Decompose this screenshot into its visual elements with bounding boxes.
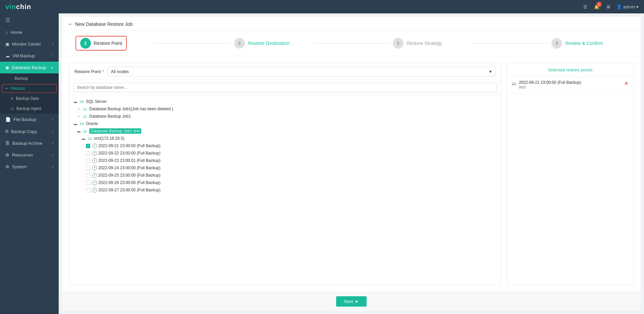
chevron-resources: › [52,153,53,157]
rp4-label: 2022-09-24 23:00:00 (Full Backup) [98,166,160,170]
backup-data-icon: ≡ [11,96,13,101]
restore-point-panel: Restore Point * All nodes ▾ [69,63,501,285]
sidebar-item-backup-copy[interactable]: ⧉ Backup Copy › [0,125,59,137]
back-icon[interactable]: ↩ [69,22,72,27]
tree-node-rp4[interactable]: 🕐 2022-09-24 23:00:00 (Full Backup) [83,164,501,172]
checkbox-rp3[interactable] [86,159,90,163]
checkbox-rp6[interactable] [86,181,90,185]
rp-label-text: Restore Point [74,69,101,74]
tree-node-oracle[interactable]: ▬ 🗃 Oracle [70,120,501,127]
sidebar-label-resources: Resources [12,152,33,158]
expand-orcl[interactable]: ▬ [81,136,86,141]
sidebar-sub-backup[interactable]: · Backup [0,73,59,83]
step4-label: Review & Confirm [566,41,603,46]
system-icon: ⚙ [5,164,9,169]
resources-icon: ⚙ [5,152,9,158]
file-icon: 📄 [5,117,11,122]
selected-panel-header: Selected restore points [507,63,634,77]
clock-icon-rp6: 🕐 [92,180,97,185]
monitor-icon[interactable]: 🖥 [605,4,611,10]
restore-icon: ↩ [5,86,8,91]
checkbox-rp4[interactable] [86,166,90,170]
sidebar-item-monitor[interactable]: ▣ Monitor Center › [0,38,59,50]
tree-node-job1-test[interactable]: ▬ 🗂 Database Backup Job1 test [74,127,501,135]
clock-icon-rp7: 🕐 [92,187,97,193]
sidebar-label-vm: VM Backup [12,53,35,58]
step-divider-3 [472,43,548,44]
wizard-step-3: 3 Restore Strategy [393,38,469,49]
remove-selected-button[interactable]: ✕ [624,80,629,87]
chevron-icon: › [52,42,53,46]
tree-node-rp7[interactable]: 🕐 2022-09-27 23:00:00 (Full Backup) [83,186,501,194]
sidebar-sub-restore[interactable]: ↩ Restore [2,84,57,93]
content-area: ↩ New Database Restore Job 1 Restore Poi… [59,13,644,314]
sidebar-sub-backup-data[interactable]: ≡ Backup Data [0,93,59,104]
tree-node-job1[interactable]: ＋ 🗂 Database Backup Job1 [74,113,501,120]
chevron-icon-db: ∨ [51,66,53,69]
job1-icon: 🗂 [83,114,88,119]
menu-icon[interactable]: ☰ [582,4,588,10]
tree-node-job-deleted[interactable]: ＋ 🗂 Database Backup Job1(Job has been de… [74,105,501,113]
expand-oracle[interactable]: ▬ [73,121,78,126]
next-button[interactable]: Next ➤ [336,296,367,307]
tree-node-rp1[interactable]: ✓ 🕐 2022-09-21 23:00:00 (Full Backup) [83,142,501,149]
step1-circle: 1 [80,38,91,49]
selected-db-icon: 🗂 [512,81,516,86]
sidebar-sub-backup-agent[interactable]: ◇ Backup Agent [0,104,59,114]
tree-node-rp6[interactable]: 🕐 2022-09-26 23:00:00 (Full Backup) [83,179,501,186]
chevron-system: › [52,165,53,169]
tree-node-rp5[interactable]: 🕐 2022-09-25 23:00:00 (Full Backup) [83,172,501,179]
tree-node-sql-server[interactable]: ▬ 🗃 SQL Server [70,98,501,105]
step4-circle: 4 [551,38,562,49]
checkbox-rp1[interactable]: ✓ [86,144,90,148]
sidebar-label-copy: Backup Copy [11,129,37,134]
expand-job1-test[interactable]: ▬ [76,129,81,133]
sidebar-item-vm-backup[interactable]: ☁ VM Backup › [0,50,59,62]
step2-label: Restore Destination [248,41,289,46]
next-arrow-icon: ➤ [355,299,359,304]
step2-num: 2 [238,41,241,46]
tree-node-rp2[interactable]: 🕐 2022-09-22 23:00:00 (Full Backup) [83,149,501,157]
tree-node-rp3[interactable]: 🕐 2022-09-23 23:00:01 (Full Backup) [83,157,501,164]
selected-item-sub: orcl [519,85,621,89]
user-label: admin [623,4,635,9]
sidebar-label-file: File Backup [13,117,36,122]
sidebar-label-home: Home [11,30,22,35]
rp2-label: 2022-09-22 23:00:00 (Full Backup) [98,151,160,155]
notification-icon[interactable]: 🔔 6 [594,4,600,10]
sidebar-label-system: System [12,164,26,169]
sidebar-label-db: Database Backup [12,65,46,70]
step1-label: Restore Point [94,41,122,46]
sidebar-item-db-backup[interactable]: ◉ Database Backup ∨ [0,62,59,73]
chevron-file: › [52,118,53,121]
sidebar-label-monitor: Monitor Center [12,42,41,47]
checkbox-rp7[interactable] [86,188,90,192]
sidebar-item-backup-archive[interactable]: 🗄 Backup Archive › [0,137,59,149]
main-layout: ☰ ⌂ Home ▣ Monitor Center › ☁ VM Backup … [0,13,644,314]
step3-num: 3 [397,41,399,46]
clock-icon-rp5: 🕐 [92,173,97,178]
user-menu[interactable]: 👤 admin ▾ [616,4,639,9]
expand-job-del[interactable]: ＋ [76,107,81,111]
expand-job1[interactable]: ＋ [76,114,81,119]
topbar-right: ☰ 🔔 6 🖥 👤 admin ▾ [582,4,639,10]
step1-num: 1 [84,41,87,46]
selected-item-main: 2022-09-21 23:00:00 (Full Backup) [519,80,621,85]
sidebar-item-home[interactable]: ⌂ Home [0,26,59,38]
checkbox-rp2[interactable] [86,151,90,155]
copy-icon: ⧉ [5,129,8,134]
checkbox-rp5[interactable] [86,173,90,178]
sidebar-item-system[interactable]: ⚙ System › [0,161,59,173]
sidebar-item-resources[interactable]: ⚙ Resources › [0,149,59,161]
nodes-dropdown[interactable]: All nodes ▾ [107,67,495,76]
tree-node-orcl[interactable]: ▬ 🗂 orcl(172.18.20.5) [78,135,501,142]
sidebar-item-file-backup[interactable]: 📄 File Backup › [0,114,59,125]
search-input[interactable] [73,83,497,92]
wizard-step-4: 4 Review & Confirm [551,38,627,49]
sidebar-toggle[interactable]: ☰ [0,13,59,26]
page-title: New Database Restore Job [75,21,132,27]
expand-sql[interactable]: ▬ [73,99,78,104]
job-deleted-icon: 🗂 [83,106,88,112]
chevron-icon-vm: › [52,54,53,58]
required-star: * [102,69,104,74]
